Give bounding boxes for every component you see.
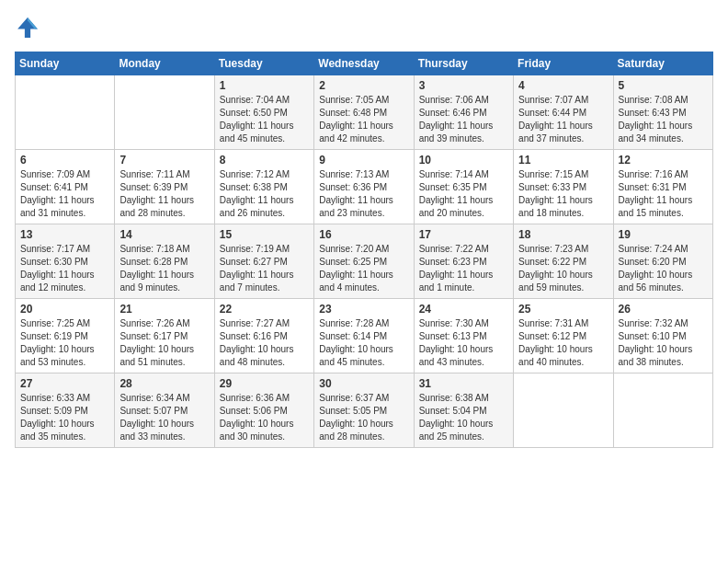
day-number: 14 <box>119 228 209 241</box>
weekday-header: Tuesday <box>214 52 313 75</box>
calendar-cell: 20Sunrise: 7:25 AM Sunset: 6:19 PM Dayli… <box>16 299 115 373</box>
calendar-cell: 22Sunrise: 7:27 AM Sunset: 6:16 PM Dayli… <box>214 299 313 373</box>
calendar-cell: 17Sunrise: 7:22 AM Sunset: 6:23 PM Dayli… <box>414 224 513 299</box>
day-number: 18 <box>518 228 608 241</box>
day-info: Sunrise: 6:38 AM Sunset: 5:04 PM Dayligh… <box>419 392 508 443</box>
day-number: 8 <box>220 154 309 167</box>
day-number: 7 <box>119 154 209 167</box>
calendar-cell: 19Sunrise: 7:24 AM Sunset: 6:20 PM Dayli… <box>613 224 712 299</box>
logo <box>15 15 44 40</box>
calendar-cell <box>16 75 115 150</box>
day-info: Sunrise: 6:33 AM Sunset: 5:09 PM Dayligh… <box>20 392 109 443</box>
day-number: 28 <box>119 377 209 390</box>
day-number: 17 <box>419 228 508 241</box>
day-number: 27 <box>20 377 109 390</box>
calendar-cell: 27Sunrise: 6:33 AM Sunset: 5:09 PM Dayli… <box>16 373 115 448</box>
calendar-week-row: 20Sunrise: 7:25 AM Sunset: 6:19 PM Dayli… <box>16 299 713 373</box>
calendar-week-row: 27Sunrise: 6:33 AM Sunset: 5:09 PM Dayli… <box>16 373 713 448</box>
calendar-cell: 6Sunrise: 7:09 AM Sunset: 6:41 PM Daylig… <box>16 150 115 224</box>
day-number: 30 <box>319 377 408 390</box>
weekday-header: Thursday <box>414 52 513 75</box>
calendar-body: 1Sunrise: 7:04 AM Sunset: 6:50 PM Daylig… <box>16 75 713 448</box>
page-header <box>15 15 713 40</box>
calendar-cell: 5Sunrise: 7:08 AM Sunset: 6:43 PM Daylig… <box>613 75 712 150</box>
day-info: Sunrise: 7:27 AM Sunset: 6:16 PM Dayligh… <box>220 317 309 369</box>
calendar-cell: 23Sunrise: 7:28 AM Sunset: 6:14 PM Dayli… <box>314 299 414 373</box>
day-info: Sunrise: 7:13 AM Sunset: 6:36 PM Dayligh… <box>319 168 408 220</box>
weekday-header: Sunday <box>16 52 115 75</box>
day-info: Sunrise: 7:28 AM Sunset: 6:14 PM Dayligh… <box>319 317 408 369</box>
calendar-cell: 24Sunrise: 7:30 AM Sunset: 6:13 PM Dayli… <box>414 299 513 373</box>
calendar-cell <box>514 373 613 448</box>
day-info: Sunrise: 7:15 AM Sunset: 6:33 PM Dayligh… <box>518 168 608 220</box>
day-info: Sunrise: 7:26 AM Sunset: 6:17 PM Dayligh… <box>119 317 209 369</box>
day-number: 4 <box>518 79 608 92</box>
logo-icon <box>15 15 40 40</box>
calendar-cell: 2Sunrise: 7:05 AM Sunset: 6:48 PM Daylig… <box>314 75 414 150</box>
day-info: Sunrise: 7:04 AM Sunset: 6:50 PM Dayligh… <box>220 94 309 145</box>
calendar-cell <box>115 75 214 150</box>
day-number: 23 <box>319 303 408 316</box>
day-info: Sunrise: 7:19 AM Sunset: 6:27 PM Dayligh… <box>220 243 309 294</box>
calendar-cell: 3Sunrise: 7:06 AM Sunset: 6:46 PM Daylig… <box>414 75 513 150</box>
calendar-cell: 16Sunrise: 7:20 AM Sunset: 6:25 PM Dayli… <box>314 224 414 299</box>
day-info: Sunrise: 6:37 AM Sunset: 5:05 PM Dayligh… <box>319 392 408 443</box>
day-info: Sunrise: 7:20 AM Sunset: 6:25 PM Dayligh… <box>319 243 408 294</box>
calendar-table: SundayMondayTuesdayWednesdayThursdayFrid… <box>15 52 713 448</box>
calendar-cell: 25Sunrise: 7:31 AM Sunset: 6:12 PM Dayli… <box>514 299 613 373</box>
day-number: 29 <box>220 377 309 390</box>
day-info: Sunrise: 6:36 AM Sunset: 5:06 PM Dayligh… <box>220 392 309 443</box>
day-number: 24 <box>419 303 508 316</box>
day-number: 3 <box>419 79 508 92</box>
calendar-week-row: 6Sunrise: 7:09 AM Sunset: 6:41 PM Daylig… <box>16 150 713 224</box>
day-info: Sunrise: 7:32 AM Sunset: 6:10 PM Dayligh… <box>619 317 708 369</box>
day-number: 15 <box>220 228 309 241</box>
day-info: Sunrise: 7:11 AM Sunset: 6:39 PM Dayligh… <box>119 168 209 220</box>
day-number: 9 <box>319 154 408 167</box>
day-info: Sunrise: 7:07 AM Sunset: 6:44 PM Dayligh… <box>518 94 608 145</box>
day-info: Sunrise: 7:08 AM Sunset: 6:43 PM Dayligh… <box>619 94 708 145</box>
day-number: 6 <box>20 154 109 167</box>
day-number: 11 <box>518 154 608 167</box>
calendar-cell <box>613 373 712 448</box>
calendar-cell: 9Sunrise: 7:13 AM Sunset: 6:36 PM Daylig… <box>314 150 414 224</box>
day-number: 16 <box>319 228 408 241</box>
day-number: 1 <box>220 79 309 92</box>
day-info: Sunrise: 7:18 AM Sunset: 6:28 PM Dayligh… <box>119 243 209 294</box>
day-info: Sunrise: 7:17 AM Sunset: 6:30 PM Dayligh… <box>20 243 109 294</box>
calendar-cell: 21Sunrise: 7:26 AM Sunset: 6:17 PM Dayli… <box>115 299 214 373</box>
weekday-header: Wednesday <box>314 52 414 75</box>
day-number: 31 <box>419 377 508 390</box>
day-info: Sunrise: 7:05 AM Sunset: 6:48 PM Dayligh… <box>319 94 408 145</box>
day-info: Sunrise: 7:16 AM Sunset: 6:31 PM Dayligh… <box>619 168 708 220</box>
day-number: 2 <box>319 79 408 92</box>
day-number: 5 <box>619 79 708 92</box>
day-number: 19 <box>619 228 708 241</box>
calendar-cell: 7Sunrise: 7:11 AM Sunset: 6:39 PM Daylig… <box>115 150 214 224</box>
calendar-cell: 14Sunrise: 7:18 AM Sunset: 6:28 PM Dayli… <box>115 224 214 299</box>
calendar-cell: 13Sunrise: 7:17 AM Sunset: 6:30 PM Dayli… <box>16 224 115 299</box>
header-row: SundayMondayTuesdayWednesdayThursdayFrid… <box>16 52 713 75</box>
day-number: 21 <box>119 303 209 316</box>
calendar-cell: 31Sunrise: 6:38 AM Sunset: 5:04 PM Dayli… <box>414 373 513 448</box>
day-number: 26 <box>619 303 708 316</box>
day-info: Sunrise: 7:23 AM Sunset: 6:22 PM Dayligh… <box>518 243 608 294</box>
calendar-cell: 26Sunrise: 7:32 AM Sunset: 6:10 PM Dayli… <box>613 299 712 373</box>
day-number: 20 <box>20 303 109 316</box>
day-number: 12 <box>619 154 708 167</box>
day-info: Sunrise: 7:22 AM Sunset: 6:23 PM Dayligh… <box>419 243 508 294</box>
calendar-cell: 10Sunrise: 7:14 AM Sunset: 6:35 PM Dayli… <box>414 150 513 224</box>
calendar-cell: 1Sunrise: 7:04 AM Sunset: 6:50 PM Daylig… <box>214 75 313 150</box>
day-number: 25 <box>518 303 608 316</box>
day-number: 22 <box>220 303 309 316</box>
calendar-cell: 28Sunrise: 6:34 AM Sunset: 5:07 PM Dayli… <box>115 373 214 448</box>
day-info: Sunrise: 6:34 AM Sunset: 5:07 PM Dayligh… <box>119 392 209 443</box>
day-info: Sunrise: 7:14 AM Sunset: 6:35 PM Dayligh… <box>419 168 508 220</box>
calendar-header: SundayMondayTuesdayWednesdayThursdayFrid… <box>16 52 713 75</box>
calendar-cell: 15Sunrise: 7:19 AM Sunset: 6:27 PM Dayli… <box>214 224 313 299</box>
day-info: Sunrise: 7:24 AM Sunset: 6:20 PM Dayligh… <box>619 243 708 294</box>
day-info: Sunrise: 7:09 AM Sunset: 6:41 PM Dayligh… <box>20 168 109 220</box>
weekday-header: Monday <box>115 52 214 75</box>
calendar-cell: 11Sunrise: 7:15 AM Sunset: 6:33 PM Dayli… <box>514 150 613 224</box>
weekday-header: Saturday <box>613 52 712 75</box>
